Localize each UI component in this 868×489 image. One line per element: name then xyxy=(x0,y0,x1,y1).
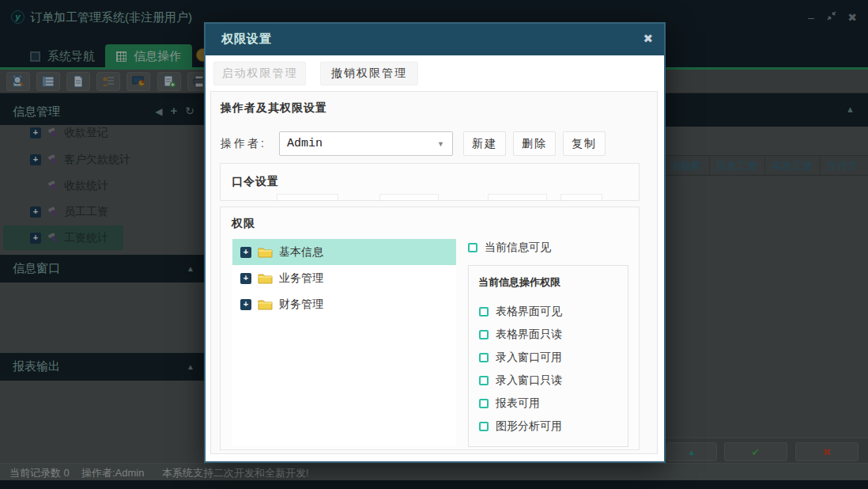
entry-window-enabled-checkbox-row[interactable]: 录入窗口可用 xyxy=(479,350,562,365)
checkbox-icon[interactable] xyxy=(479,399,489,408)
perm-tree-item-finance-mgmt[interactable]: + 财务管理 xyxy=(232,291,456,317)
checkbox-label: 录入窗口可用 xyxy=(496,351,562,365)
password-input[interactable] xyxy=(560,194,602,201)
checkbox-label: 录入窗口只读 xyxy=(496,373,562,388)
delete-operator-button[interactable]: 删除 xyxy=(513,131,556,156)
group-title: 权限 xyxy=(232,217,255,231)
new-operator-button[interactable]: 新建 xyxy=(463,131,506,156)
perm-tree-item-basic-info[interactable]: + 基本信息 xyxy=(232,239,456,265)
password-input[interactable] xyxy=(277,194,338,201)
perm-tree-label: 业务管理 xyxy=(279,271,323,286)
folder-icon xyxy=(258,272,273,284)
password-input[interactable] xyxy=(379,194,439,201)
dialog-close-button[interactable]: ✖ xyxy=(643,32,653,46)
folder-icon xyxy=(258,246,273,258)
checkbox-icon[interactable] xyxy=(468,243,477,252)
checkbox-label: 图形分析可用 xyxy=(496,419,562,434)
perm-tree-item-business-mgmt[interactable]: + 业务管理 xyxy=(232,265,456,291)
panel-title: 操作者及其权限设置 xyxy=(221,101,327,116)
dialog-title: 权限设置 xyxy=(221,32,272,47)
permissions-group: 权限 + 基本信息 + xyxy=(220,207,640,450)
revoke-permission-management-button[interactable]: 撤销权限管理 xyxy=(320,62,418,85)
checkbox-icon[interactable] xyxy=(479,330,489,339)
checkbox-label: 当前信息可见 xyxy=(485,241,551,255)
expand-plus-icon[interactable]: + xyxy=(240,247,251,258)
permission-settings-dialog: 权限设置 ✖ 启动权限管理 撤销权限管理 操作者及其权限设置 操作者: Admi… xyxy=(204,22,666,463)
operator-dropdown[interactable]: Admin ▼ xyxy=(279,131,453,156)
grid-readonly-checkbox-row[interactable]: 表格界面只读 xyxy=(479,327,562,342)
checkbox-icon[interactable] xyxy=(479,376,489,385)
operator-permission-panel: 操作者及其权限设置 操作者: Admin ▼ 新建 删除 复制 口令设置 权限 xyxy=(210,91,658,454)
folder-icon xyxy=(258,298,273,310)
ops-panel-title: 当前信息操作权限 xyxy=(478,275,560,290)
copy-operator-button[interactable]: 复制 xyxy=(563,131,606,156)
perm-tree-label: 财务管理 xyxy=(279,298,323,312)
expand-plus-icon[interactable]: + xyxy=(240,273,251,284)
report-enabled-checkbox-row[interactable]: 报表可用 xyxy=(479,396,562,411)
current-info-ops-panel: 当前信息操作权限 表格界面可见 表格界面只读 录入窗口可用 xyxy=(468,265,628,447)
perm-tree-label: 基本信息 xyxy=(279,245,323,260)
checkbox-label: 报表可用 xyxy=(496,396,540,411)
expand-plus-icon[interactable]: + xyxy=(240,299,251,310)
checkbox-label: 表格界面可见 xyxy=(496,305,562,319)
dialog-header[interactable]: 权限设置 ✖ xyxy=(206,24,664,55)
caret-down-icon: ▼ xyxy=(437,140,444,148)
password-input[interactable] xyxy=(488,194,547,201)
group-title: 口令设置 xyxy=(232,175,279,189)
password-settings-group: 口令设置 xyxy=(220,163,640,201)
chart-analysis-enabled-checkbox-row[interactable]: 图形分析可用 xyxy=(479,419,562,434)
start-permission-management-button[interactable]: 启动权限管理 xyxy=(213,62,306,85)
checkbox-icon[interactable] xyxy=(479,353,489,362)
grid-visible-checkbox-row[interactable]: 表格界面可见 xyxy=(479,304,562,319)
entry-window-readonly-checkbox-row[interactable]: 录入窗口只读 xyxy=(479,373,562,388)
checkbox-icon[interactable] xyxy=(479,307,489,317)
operator-value: Admin xyxy=(287,137,323,150)
permissions-tree: + 基本信息 + 业务管理 xyxy=(232,239,456,446)
checkbox-icon[interactable] xyxy=(479,422,489,431)
checkbox-label: 表格界面只读 xyxy=(496,328,562,342)
current-info-visible-checkbox-row[interactable]: 当前信息可见 xyxy=(468,241,551,255)
operator-label: 操作者: xyxy=(221,137,266,151)
